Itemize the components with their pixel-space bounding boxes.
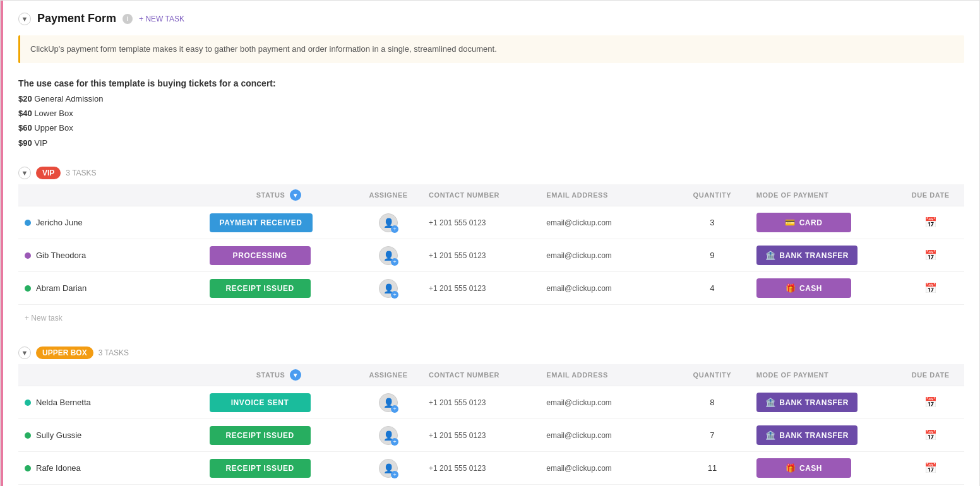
due-date-icon[interactable]: 📅: [924, 250, 937, 261]
payment-mode-button[interactable]: 🏦 BANK TRANSFER: [756, 246, 858, 265]
task-payment-cell: 🎁 CASH: [750, 272, 897, 305]
col-header-email: EMAIL ADDRESS: [540, 364, 674, 386]
task-name: Gib Theodora: [36, 251, 86, 260]
task-table-vip: STATUS ▼ ASSIGNEE CONTACT NUMBER EMAIL A…: [18, 184, 964, 305]
status-badge[interactable]: RECEIPT ISSUED: [210, 459, 311, 478]
use-case-section: The use case for this template is buying…: [18, 76, 964, 151]
task-dot: [25, 432, 31, 439]
email-address: email@clickup.com: [546, 251, 612, 260]
col-header-due: DUE DATE: [897, 184, 964, 206]
info-icon[interactable]: i: [122, 14, 133, 24]
col-header-contact: CONTACT NUMBER: [422, 184, 540, 206]
col-header-payment: MODE OF PAYMENT: [750, 184, 897, 206]
group-task-count-upper-box: 3 TASKS: [99, 348, 129, 357]
contact-number: +1 201 555 0123: [429, 251, 486, 260]
table-row: Sully Gussie RECEIPT ISSUED 👤 + +1 201 5…: [18, 419, 964, 452]
task-email-cell: email@clickup.com: [540, 452, 674, 485]
status-filter-icon[interactable]: ▼: [290, 189, 301, 201]
page-title: Payment Form: [37, 12, 116, 25]
task-quantity-cell: 9: [674, 239, 750, 272]
status-badge[interactable]: RECEIPT ISSUED: [210, 426, 311, 445]
payment-mode-button[interactable]: 🏦 BANK TRANSFER: [756, 393, 858, 412]
new-task-header-button[interactable]: + NEW TASK: [139, 15, 184, 23]
task-assignee-cell: 👤 +: [354, 272, 422, 305]
group-collapse-vip[interactable]: ▼: [18, 167, 31, 179]
collapse-button[interactable]: ▼: [18, 13, 31, 25]
task-status-cell: RECEIPT ISSUED: [203, 419, 354, 452]
status-badge[interactable]: RECEIPT ISSUED: [210, 279, 311, 298]
description-box: ClickUp's payment form template makes it…: [18, 35, 964, 63]
assignee-avatar[interactable]: 👤 +: [379, 459, 398, 478]
status-badge[interactable]: PROCESSING: [210, 246, 311, 265]
new-task-row-vip[interactable]: + New task: [18, 310, 964, 326]
task-contact-cell: +1 201 555 0123: [422, 386, 540, 419]
status-filter-icon[interactable]: ▼: [290, 369, 301, 381]
payment-icon: 🏦: [765, 430, 775, 440]
task-due-cell: 📅: [897, 239, 964, 272]
task-quantity-cell: 4: [674, 272, 750, 305]
payment-icon: 🏦: [765, 251, 775, 260]
quantity-value: 3: [710, 218, 714, 227]
price-item-3: $90 VIP: [18, 136, 964, 150]
add-assignee-icon[interactable]: +: [391, 225, 398, 233]
due-date-icon[interactable]: 📅: [924, 217, 937, 228]
task-name: Abram Darian: [36, 283, 87, 293]
task-payment-cell: 🎁 CASH: [750, 452, 897, 485]
payment-mode-button[interactable]: 🎁 CASH: [756, 278, 851, 298]
task-assignee-cell: 👤 +: [354, 206, 422, 239]
col-header-due: DUE DATE: [897, 364, 964, 386]
payment-mode-button[interactable]: 💳 CARD: [756, 213, 851, 232]
group-badge-vip: VIP: [36, 167, 61, 179]
assignee-avatar[interactable]: 👤 +: [379, 426, 398, 445]
assignee-avatar[interactable]: 👤 +: [379, 279, 398, 298]
task-name: Rafe Idonea: [36, 463, 81, 473]
due-date-icon[interactable]: 📅: [924, 397, 937, 408]
status-badge[interactable]: INVOICE SENT: [210, 393, 311, 412]
email-address: email@clickup.com: [546, 464, 612, 473]
price-item-2: $60 Upper Box: [18, 121, 964, 135]
task-due-cell: 📅: [897, 206, 964, 239]
status-badge[interactable]: PAYMENT RECEIVED: [210, 213, 313, 232]
add-assignee-icon[interactable]: +: [391, 471, 398, 478]
table-row: Jericho June PAYMENT RECEIVED 👤 + +1 201…: [18, 206, 964, 239]
col-header-status: STATUS ▼: [203, 364, 354, 386]
email-address: email@clickup.com: [546, 398, 612, 407]
add-assignee-icon[interactable]: +: [391, 291, 398, 299]
task-status-cell: PROCESSING: [203, 239, 354, 272]
task-status-cell: INVOICE SENT: [203, 386, 354, 419]
task-status-cell: PAYMENT RECEIVED: [203, 206, 354, 239]
email-address: email@clickup.com: [546, 218, 612, 227]
due-date-icon[interactable]: 📅: [924, 463, 937, 473]
task-due-cell: 📅: [897, 272, 964, 305]
assignee-avatar[interactable]: 👤 +: [379, 393, 398, 412]
task-quantity-cell: 7: [674, 419, 750, 452]
task-dot: [25, 400, 31, 406]
contact-number: +1 201 555 0123: [429, 431, 486, 440]
payment-mode-button[interactable]: 🎁 CASH: [756, 458, 851, 478]
group-collapse-upper-box[interactable]: ▼: [18, 347, 31, 359]
contact-number: +1 201 555 0123: [429, 398, 486, 407]
task-email-cell: email@clickup.com: [540, 239, 674, 272]
task-quantity-cell: 11: [674, 452, 750, 485]
payment-mode-button[interactable]: 🏦 BANK TRANSFER: [756, 425, 858, 445]
assignee-avatar[interactable]: 👤 +: [379, 213, 398, 232]
price-item-1: $40 Lower Box: [18, 106, 964, 121]
add-assignee-icon[interactable]: +: [391, 438, 398, 446]
assignee-avatar[interactable]: 👤 +: [379, 246, 398, 265]
group-header-vip: ▼ VIP 3 TASKS: [18, 162, 964, 184]
due-date-icon[interactable]: 📅: [924, 430, 937, 441]
due-date-icon[interactable]: 📅: [924, 283, 937, 293]
col-header-task: [18, 364, 203, 386]
task-payment-cell: 🏦 BANK TRANSFER: [750, 419, 897, 452]
add-assignee-icon[interactable]: +: [391, 405, 398, 413]
table-row: Abram Darian RECEIPT ISSUED 👤 + +1 201 5…: [18, 272, 964, 305]
task-name: Jericho June: [36, 218, 83, 227]
quantity-value: 11: [708, 463, 717, 473]
main-content: ▼ Payment Form i + NEW TASK ClickUp's pa…: [1, 1, 979, 486]
quantity-value: 4: [710, 283, 714, 293]
contact-number: +1 201 555 0123: [429, 284, 486, 293]
col-header-quantity: QUANTITY: [674, 364, 750, 386]
table-header-row: STATUS ▼ ASSIGNEE CONTACT NUMBER EMAIL A…: [18, 184, 964, 206]
col-header-status: STATUS ▼: [203, 184, 354, 206]
add-assignee-icon[interactable]: +: [391, 258, 398, 266]
